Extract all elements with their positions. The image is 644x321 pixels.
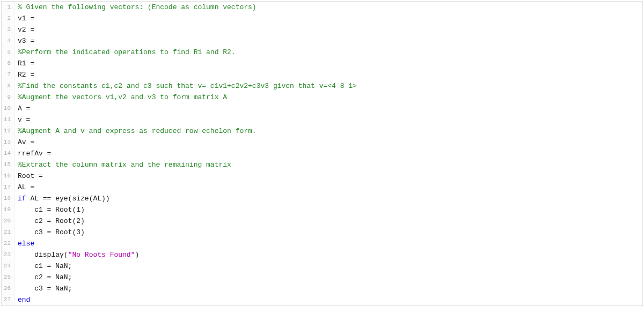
code-line[interactable]: 17AL = [2,182,642,193]
code-content[interactable]: %Augment A and v and express as reduced … [14,125,642,137]
line-number: 2 [2,13,14,24]
line-number: 15 [2,159,14,170]
token: v1 = [18,14,39,23]
code-content[interactable]: %Extract the column matrix and the remai… [14,159,642,170]
token: v2 = [18,26,39,34]
code-content[interactable]: end [14,294,642,305]
line-number: 6 [2,58,14,69]
code-content[interactable]: R2 = [14,69,642,80]
code-content[interactable]: c2 = Root(2) [14,215,642,227]
token: if [18,195,26,203]
line-number: 12 [2,125,14,137]
code-line[interactable]: 15%Extract the column matrix and the rem… [2,159,642,170]
code-content[interactable]: AL = [14,182,642,193]
code-line[interactable]: 2v1 = [2,13,642,24]
code-line[interactable]: 5%Perform the indicated operations to fi… [2,47,642,58]
code-line[interactable]: 8%Find the constants c1,c2 and c3 such t… [2,80,642,92]
code-line[interactable]: 3v2 = [2,24,642,35]
code-line[interactable]: 6R1 = [2,58,642,69]
token: v = [18,116,34,124]
token: c3 = Root(3) [18,228,85,236]
code-content[interactable]: %Perform the indicated operations to fin… [14,47,642,58]
code-line[interactable]: 12%Augment A and v and express as reduce… [2,125,642,137]
code-line[interactable]: 9%Augment the vectors v1,v2 and v3 to fo… [2,92,642,103]
line-number: 22 [2,238,14,249]
code-content[interactable]: c2 = NaN; [14,272,642,283]
code-content[interactable]: v2 = [14,24,642,35]
code-line[interactable]: 11v = [2,114,642,125]
code-content[interactable]: v3 = [14,35,642,47]
code-line[interactable]: 27end [2,294,642,305]
line-number: 3 [2,24,14,35]
code-content[interactable]: c1 = Root(1) [14,204,642,215]
code-content[interactable]: c1 = NaN; [14,260,642,272]
code-line[interactable]: 16Root = [2,170,642,182]
token: %Find the constants c1,c2 and c3 such th… [18,82,357,90]
code-line[interactable]: 21 c3 = Root(3) [2,227,642,238]
code-line[interactable]: 13Av = [2,137,642,148]
code-line[interactable]: 19 c1 = Root(1) [2,204,642,215]
token: Av = [18,138,39,146]
line-number: 11 [2,114,14,125]
code-line[interactable]: 10A = [2,103,642,114]
token: c3 = NaN; [18,285,72,293]
line-number: 25 [2,272,14,283]
token: display( [18,251,68,259]
token: c2 = Root(2) [18,217,85,225]
token: else [18,240,34,248]
token: %Extract the column matrix and the remai… [18,161,231,169]
code-line[interactable]: 24 c1 = NaN; [2,260,642,272]
token: Root = [18,172,47,180]
token: c2 = NaN; [18,273,72,281]
token: %Perform the indicated operations to fin… [18,48,236,56]
line-number: 18 [2,193,14,204]
code-content[interactable]: Av = [14,137,642,148]
token: c1 = NaN; [18,262,72,270]
code-line[interactable]: 23 display("No Roots Found") [2,249,642,260]
code-line[interactable]: 20 c2 = Root(2) [2,215,642,227]
code-content[interactable]: % Given the following vectors: (Encode a… [14,2,642,13]
line-number: 26 [2,283,14,294]
code-line[interactable]: 18if AL == eye(size(AL)) [2,193,642,204]
line-number: 14 [2,148,14,159]
line-number: 9 [2,92,14,103]
token: AL == eye(size(AL)) [26,195,110,203]
token: ) [135,251,139,259]
token: %Augment A and v and express as reduced … [18,127,257,135]
code-line[interactable]: 1% Given the following vectors: (Encode … [2,2,642,13]
code-line[interactable]: 7R2 = [2,69,642,80]
line-number: 20 [2,215,14,227]
code-content[interactable]: else [14,238,642,249]
line-number: 1 [2,2,14,13]
line-number: 7 [2,69,14,80]
line-number: 21 [2,227,14,238]
line-number: 24 [2,260,14,272]
code-content[interactable]: if AL == eye(size(AL)) [14,193,642,204]
token: "No Roots Found" [68,251,135,259]
code-content[interactable]: v1 = [14,13,642,24]
code-content[interactable]: A = [14,103,642,114]
code-content[interactable]: c3 = Root(3) [14,227,642,238]
code-content[interactable]: rrefAv = [14,148,642,159]
line-number: 4 [2,35,14,47]
code-content[interactable]: Root = [14,170,642,182]
code-line[interactable]: 26 c3 = NaN; [2,283,642,294]
line-number: 19 [2,204,14,215]
code-content[interactable]: %Find the constants c1,c2 and c3 such th… [14,80,642,92]
code-content[interactable]: display("No Roots Found") [14,249,642,260]
token: R1 = [18,59,39,68]
code-content[interactable]: R1 = [14,58,642,69]
token: R2 = [18,71,39,79]
line-number: 17 [2,182,14,193]
token: c1 = Root(1) [18,206,85,214]
code-content[interactable]: c3 = NaN; [14,283,642,294]
token: rrefAv = [18,150,55,158]
code-content[interactable]: v = [14,114,642,125]
code-line[interactable]: 4v3 = [2,35,642,47]
code-line[interactable]: 25 c2 = NaN; [2,272,642,283]
code-line[interactable]: 22else [2,238,642,249]
code-editor[interactable]: 1% Given the following vectors: (Encode … [1,1,643,306]
code-content[interactable]: %Augment the vectors v1,v2 and v3 to for… [14,92,642,103]
code-line[interactable]: 14rrefAv = [2,148,642,159]
line-number: 23 [2,249,14,260]
